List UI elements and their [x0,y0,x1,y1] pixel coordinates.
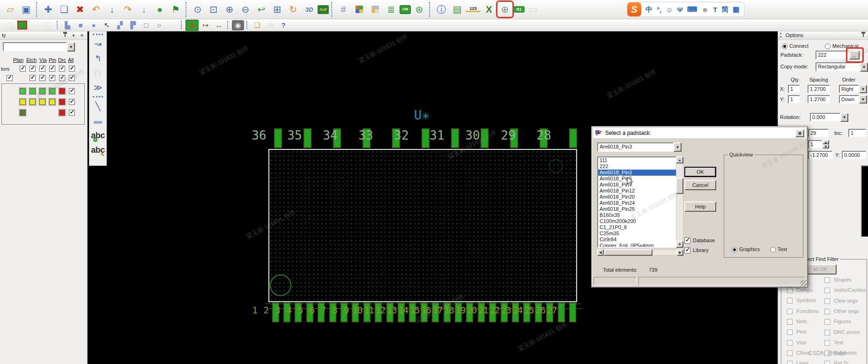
select-tool-icon[interactable]: ↖ [101,20,113,30]
x-order-select[interactable]: Right [839,85,859,93]
zoom-points-icon[interactable]: ⊙ [190,2,205,17]
shape-rect-filled-icon[interactable]: ■ [74,20,87,30]
highlight-pad-icon[interactable]: ⊕ [185,20,199,31]
add-pad-icon[interactable]: ⊕ [497,2,512,17]
v-scroll-thumb[interactable] [676,178,683,194]
measure-spacing-icon[interactable]: ↦ [200,20,212,30]
chevron-down-icon[interactable]: ▾ [70,32,77,38]
move-icon[interactable]: ✚ [41,2,56,17]
padstack-list-item[interactable]: 222 [598,163,676,170]
visibility-checkbox[interactable] [39,75,45,81]
pad-bottom[interactable] [398,303,405,322]
board-view-icon[interactable] [16,20,28,30]
layer-visible-checkbox[interactable] [69,99,75,105]
pad-top[interactable] [451,128,459,148]
slide-icon[interactable]: ↰ [91,51,105,66]
column-header-pin[interactable]: Pin [49,57,56,63]
connect-radio[interactable] [782,44,787,49]
pad-top[interactable] [422,128,430,148]
green-layer-swatch[interactable] [30,88,36,94]
column-header-plan[interactable]: Plan [13,57,23,63]
zoom-redraw-icon[interactable]: ↻ [286,2,301,17]
text-add-icon[interactable]: abc [91,128,105,142]
find-functions-checkbox[interactable] [787,309,793,314]
pad-bottom[interactable] [421,303,428,322]
offset-y-input[interactable]: 0.0000 [842,151,866,159]
visibility-checkbox[interactable] [49,66,55,72]
download-icon[interactable]: ↓ [104,2,119,17]
x-qty-input[interactable]: 1 [788,85,800,93]
shape-add-rect-icon[interactable]: ▬ [91,113,105,128]
column-header-drc[interactable]: Drc [58,57,66,63]
pad-bottom[interactable] [318,303,325,322]
qty-count-input[interactable]: 29 [808,129,829,137]
visibility-checkbox[interactable] [59,66,65,72]
olive-layer-swatch[interactable] [20,110,26,116]
pad-bottom[interactable] [329,303,336,322]
add-connect-icon[interactable]: ↝ [91,37,105,51]
pin-panel-icon[interactable] [863,34,864,37]
shape-circle-outline-icon[interactable]: ○ [153,20,165,30]
padstack-list-item[interactable]: C1_21P0_8 [598,224,676,230]
simplified-icon[interactable]: 简 [721,5,728,14]
padstack-list-item[interactable]: Am6018_Pin25 [598,206,676,212]
toolbox-icon[interactable]: ▦ [733,5,739,14]
visibility-checkbox[interactable] [20,66,26,72]
pad-bottom[interactable] [455,303,462,322]
spin-down-icon[interactable]: ▼ [823,144,829,149]
show-element-icon[interactable]: ⓘ [434,2,449,17]
zoom-box-icon[interactable]: ⊡ [206,2,221,17]
skin-icon[interactable]: T [713,6,717,14]
shape-edit-boundary-icon[interactable]: ▛ [127,20,139,30]
copy-mode-select[interactable]: Rectangular [816,62,860,72]
pad-bottom[interactable] [546,303,553,322]
pad-bottom[interactable] [501,303,508,322]
dropdown-arrow-icon[interactable]: ▼ [859,85,867,93]
visibility-checkbox[interactable] [30,66,36,72]
pad-bottom[interactable] [523,303,530,322]
column-header-etch[interactable]: Etch [26,57,37,63]
zoom-out-icon[interactable]: ⊖ [238,2,253,17]
pad-top[interactable] [333,128,341,148]
resize-grip[interactable] [801,280,807,286]
cross-section-icon[interactable]: ⊛ [412,2,427,17]
pad-bottom[interactable] [558,303,565,322]
update-icon[interactable]: ↓ [136,2,151,17]
ok-button[interactable]: OK [684,167,716,177]
pad-bottom[interactable] [444,303,451,322]
mechanical-radio[interactable] [825,44,831,49]
shape-copy-icon[interactable]: ▞ [114,20,126,30]
snapshot-camera-icon[interactable]: ◉ [232,20,244,30]
scroll-right-icon[interactable]: ▶ [677,249,683,256]
redo-icon[interactable]: ↷ [120,2,135,17]
punctuation-icon[interactable]: °, [657,6,661,14]
pad-bottom[interactable] [489,303,496,322]
dialog-titlebar[interactable]: Select a padstack: × [593,128,806,138]
cancel-button[interactable]: Cancel [684,180,716,190]
padstack-combo[interactable]: Am6018_Pin3 [597,142,674,152]
color192-icon[interactable] [352,2,367,17]
find-nets-checkbox[interactable] [787,319,793,325]
pad-bottom[interactable] [432,303,439,322]
find-other-segs-checkbox[interactable] [824,309,830,314]
scroll-down-icon[interactable]: ▼ [676,241,683,248]
scroll-left-icon[interactable]: ◀ [597,249,604,256]
dropdown-arrow-icon[interactable]: ▼ [860,62,868,72]
input-mode-icon[interactable]: 中 [645,5,653,14]
pad-top[interactable] [392,128,400,148]
soft-keyboard-icon[interactable]: ⌨ [687,5,697,14]
padstack-list-item[interactable]: Am6018_Pin3 [598,170,676,176]
h-scroll-thumb[interactable] [604,249,653,256]
pin-icon[interactable]: ⚑ [168,2,183,17]
show-measure-icon[interactable]: 123 [466,7,481,12]
padstack-list-item[interactable]: Cir9r84 [598,237,676,243]
pad-top[interactable] [569,128,577,148]
green-layer-swatch[interactable] [20,88,26,94]
padstack-list-item[interactable]: Copper_Foil_0P5x4mm [598,243,676,248]
close-icon[interactable]: ✕ [79,32,85,38]
visibility-checkbox[interactable] [7,75,13,81]
refdes-label-icon[interactable]: R1 [513,6,525,13]
pad-bottom[interactable] [352,303,359,322]
visibility-checkbox[interactable] [39,66,45,72]
find-lines-checkbox[interactable] [787,361,793,364]
